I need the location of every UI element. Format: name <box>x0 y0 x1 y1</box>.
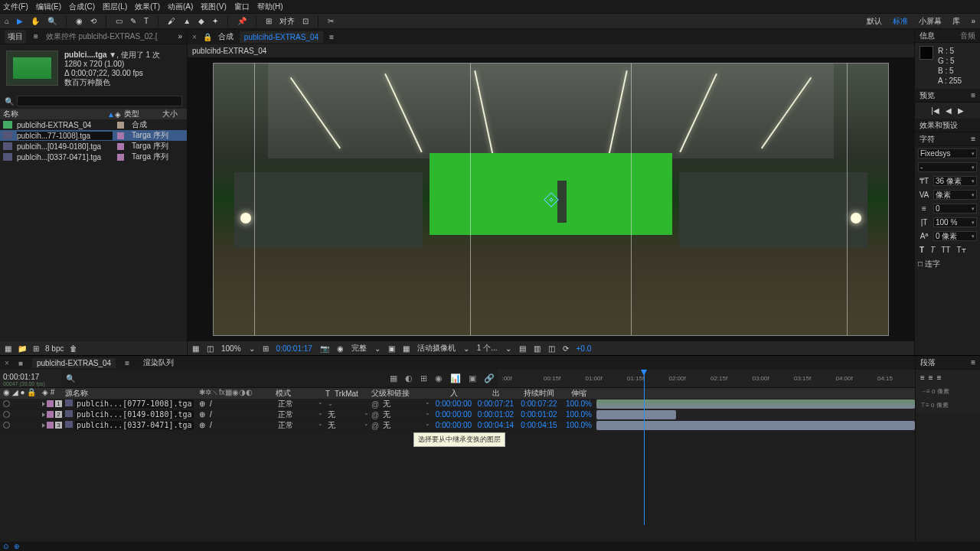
view-count-dropdown[interactable]: 1 个... <box>477 343 498 354</box>
in-point[interactable]: 0:00:00:00 <box>433 399 475 408</box>
allcaps-button[interactable]: TT <box>941 246 950 254</box>
new-folder-icon[interactable]: 📁 <box>18 344 27 353</box>
timeline-layer[interactable]: 2 publcih...[0149-0180].tga ⊕/ 正常 无 @无 0… <box>0 409 915 420</box>
col-out[interactable]: 出 <box>475 388 517 399</box>
duration[interactable]: 0:00:04:15 <box>517 421 561 429</box>
status-icon-1[interactable]: ⊙ <box>3 543 9 550</box>
draft3d-icon[interactable]: ▣ <box>469 373 476 383</box>
menu-view[interactable]: 视图(V) <box>201 2 226 12</box>
kerning-dropdown[interactable]: 0 <box>933 204 977 214</box>
preview-prev-icon[interactable]: ◀ <box>946 106 952 116</box>
current-time[interactable]: 0:00:01:17 <box>3 373 58 381</box>
brush-tool-icon[interactable]: 🖌 <box>168 17 175 25</box>
effects-tab[interactable]: 效果和预设 <box>920 120 958 131</box>
col-parent[interactable]: 父级和链接 <box>371 388 433 399</box>
timeline-layer[interactable]: 1 publcih...[0777-1008].tga ⊕/ 正常 @无 0:0… <box>0 399 915 409</box>
col-size[interactable]: 大小 <box>159 109 181 119</box>
out-point[interactable]: 0:00:07:21 <box>475 399 517 408</box>
home-icon[interactable]: ⌂ <box>5 17 9 25</box>
fast-preview-icon[interactable]: ▤ <box>519 344 526 353</box>
project-item[interactable]: publcih...77-1008].tgaTarga 序列 <box>0 130 187 141</box>
rotate-tool-icon[interactable]: ⟲ <box>90 17 96 25</box>
visibility-toggle[interactable] <box>3 422 10 429</box>
comp-tab[interactable]: publcihd-EXTRAS_04 <box>240 31 323 43</box>
snapshot-icon[interactable]: 📷 <box>320 344 329 353</box>
project-item[interactable]: publcihd-EXTRAS_04合成 <box>0 119 187 130</box>
search-tool-icon[interactable]: ✂ <box>328 17 334 25</box>
label-color[interactable] <box>47 400 54 407</box>
stamp-tool-icon[interactable]: ▲ <box>183 17 191 25</box>
selection-tool-icon[interactable]: ▶ <box>17 17 23 25</box>
duration[interactable]: 0:00:01:02 <box>517 410 561 419</box>
label-color[interactable] <box>47 411 54 418</box>
char-tab[interactable]: 字符 <box>920 134 935 145</box>
project-list[interactable]: publcihd-EXTRAS_04合成publcih...77-1008].t… <box>0 119 187 341</box>
project-tab[interactable]: 项目 <box>5 30 26 44</box>
new-comp-icon[interactable]: ⊞ <box>33 344 39 353</box>
shy-icon[interactable]: ◐ <box>405 373 413 383</box>
col-mode[interactable]: 模式 <box>276 388 325 399</box>
menu-effect[interactable]: 效果(T) <box>135 2 160 12</box>
exposure-value[interactable]: +0.0 <box>577 344 592 353</box>
hand-tool-icon[interactable]: ✋ <box>31 17 40 25</box>
trkmat-dropdown[interactable]: 无 <box>325 420 371 431</box>
ligature-checkbox[interactable]: □ 连字 <box>918 259 940 269</box>
label-icon[interactable]: ◈ <box>115 110 121 119</box>
menu-file[interactable]: 文件(F) <box>3 2 28 12</box>
flowchart-icon[interactable]: ◫ <box>548 344 555 353</box>
tab-close-icon[interactable]: × <box>192 33 197 41</box>
parent-dropdown[interactable]: 无 <box>381 409 433 420</box>
col-source[interactable]: 源名称 <box>65 388 199 399</box>
ws-lib[interactable]: 库 <box>952 16 960 27</box>
comp-mini-icon[interactable]: ▦ <box>390 373 397 383</box>
interpret-icon[interactable]: ▦ <box>5 344 11 353</box>
timeline-layer[interactable]: 3 publcih...[0337-0471].tga ⊕/ 正常 无 @无 0… <box>0 420 915 431</box>
color-mgmt-icon[interactable]: ◉ <box>337 344 344 353</box>
font-size-dropdown[interactable]: 36 像素 <box>933 176 977 186</box>
roi-icon[interactable]: ▣ <box>388 344 395 353</box>
rect-tool-icon[interactable]: ▭ <box>116 17 122 25</box>
preview-play-icon[interactable]: ▶ <box>958 106 964 116</box>
expand-icon[interactable] <box>42 402 45 406</box>
grid-icon[interactable]: ▦ <box>403 344 410 353</box>
snap-label[interactable]: 对齐 <box>279 16 295 27</box>
composition-viewer[interactable] <box>188 57 914 341</box>
ws-more-icon[interactable]: » <box>971 17 975 25</box>
pen-tool-icon[interactable]: ✎ <box>130 17 136 25</box>
ws-standard[interactable]: 标准 <box>893 16 908 27</box>
motion-blur-icon[interactable]: ◉ <box>435 373 443 383</box>
menu-window[interactable]: 窗口 <box>234 2 250 12</box>
duration[interactable]: 0:00:07:22 <box>517 399 561 408</box>
menu-edit[interactable]: 编辑(E) <box>36 2 61 12</box>
zoom-value[interactable]: 100% <box>221 344 241 353</box>
audio-tab[interactable]: 音频 <box>960 31 975 41</box>
in-point[interactable]: 0:00:00:00 <box>433 410 475 419</box>
pickwhip-icon[interactable]: @ <box>371 400 379 408</box>
playhead[interactable] <box>644 370 645 525</box>
smallcaps-button[interactable]: Tᴛ <box>956 246 965 254</box>
col-in[interactable]: 入 <box>433 388 475 399</box>
preview-tab[interactable]: 预览 <box>920 90 935 101</box>
fx-controls-tab[interactable]: 效果控件 publcihd-EXTRAS_02.[ <box>46 31 158 42</box>
font-family-dropdown[interactable]: Fixedsys <box>918 148 977 158</box>
roto-tool-icon[interactable]: ✦ <box>212 17 218 25</box>
trash-icon[interactable]: 🗑 <box>70 344 77 353</box>
trkmat-dropdown[interactable] <box>325 400 371 407</box>
parent-dropdown[interactable]: 无 <box>381 399 433 409</box>
timeline-icon[interactable]: ▥ <box>534 344 541 353</box>
link-icon[interactable]: 🔗 <box>484 373 495 383</box>
project-menu-icon[interactable]: ≡ <box>34 32 38 41</box>
orbit-tool-icon[interactable]: ◉ <box>76 17 83 25</box>
tracking-dropdown[interactable]: 100 % <box>933 217 977 227</box>
font-style-dropdown[interactable]: - <box>918 162 977 172</box>
project-search-input[interactable] <box>17 96 182 106</box>
comp-menu-icon[interactable]: ≡ <box>329 33 334 41</box>
blend-mode-dropdown[interactable]: 正常 <box>276 420 325 431</box>
col-type[interactable]: 类型 <box>121 109 159 119</box>
res-auto-icon[interactable]: ⊞ <box>263 344 269 353</box>
bpc-toggle[interactable]: 8 bpc <box>45 344 64 353</box>
camera-dropdown[interactable]: 活动摄像机 <box>417 343 456 354</box>
exposure-reset-icon[interactable]: ⟳ <box>563 344 569 353</box>
col-dur[interactable]: 持续时间 <box>517 388 561 399</box>
project-item[interactable]: publcih...[0149-0180].tgaTarga 序列 <box>0 141 187 152</box>
